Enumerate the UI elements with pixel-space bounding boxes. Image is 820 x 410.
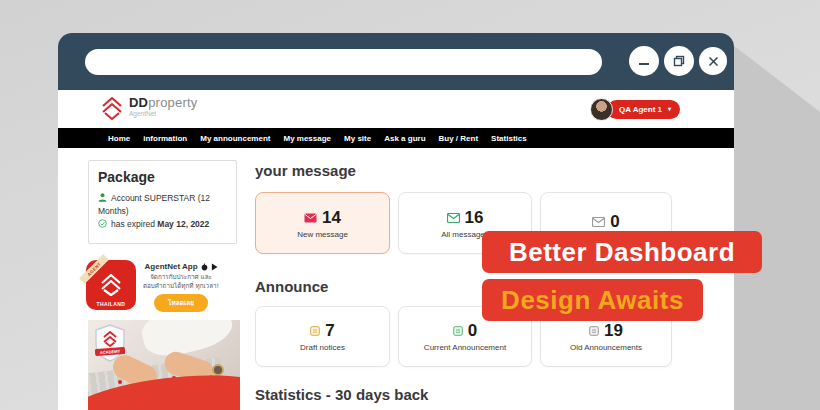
package-title: Package xyxy=(98,169,227,185)
app-promo-title: AgentNet App xyxy=(145,262,198,271)
announce-card-label: Draft notices xyxy=(300,343,345,352)
package-card: Package Account SUPERSTAR (12 Months) ha… xyxy=(88,160,237,244)
user-area: QA Agent 1 ▾ xyxy=(590,98,680,121)
message-card-value: 16 xyxy=(465,208,484,228)
app-promo-thai-text: จัดการกับประกาศ และ ตอบคำถามได้ทุกที่ ทุ… xyxy=(143,273,219,290)
message-card-label: New message xyxy=(297,230,348,239)
announce-card-value: 0 xyxy=(468,321,477,341)
app-icon-country-label: THAILAND xyxy=(86,301,136,307)
messages-heading: your message xyxy=(255,162,356,179)
nail-dot xyxy=(118,380,122,384)
nav-item-buy-rent[interactable]: Buy / Rent xyxy=(439,134,479,143)
minimize-button[interactable] xyxy=(629,46,659,76)
nav-item-ask-a-guru[interactable]: Ask a guru xyxy=(384,134,425,143)
browser-titlebar xyxy=(58,33,734,90)
nav-item-my-announcement[interactable]: My announcement xyxy=(200,134,270,143)
message-card-value: 14 xyxy=(322,208,341,228)
announce-card-value: 19 xyxy=(604,321,623,341)
restore-icon xyxy=(673,55,685,67)
envelope-icon xyxy=(304,213,317,223)
check-circle-icon xyxy=(98,219,107,228)
overlay-banner-line1: Better Dashboard xyxy=(482,231,762,273)
brand-subtitle: AgentNet xyxy=(129,111,197,118)
agentnet-app-icon[interactable]: AGENT THAILAND xyxy=(86,260,136,310)
close-icon xyxy=(708,56,719,67)
app-download-button[interactable]: โหลดเลย xyxy=(154,294,208,312)
person-icon xyxy=(98,193,107,202)
package-expired-row: has expired May 12, 2022 xyxy=(98,218,227,231)
minimize-icon xyxy=(638,55,650,67)
envelope-icon xyxy=(592,217,605,227)
academy-shield-badge: ACADEMY xyxy=(94,324,126,362)
note-icon xyxy=(589,326,599,336)
nav-item-home[interactable]: Home xyxy=(108,134,130,143)
user-name: QA Agent 1 xyxy=(619,105,662,114)
message-card-new[interactable]: 14 New message xyxy=(255,192,390,254)
announce-card-draft[interactable]: 7 Draft notices xyxy=(255,306,390,367)
note-icon xyxy=(310,326,320,336)
window-controls xyxy=(629,46,727,76)
close-button[interactable] xyxy=(699,47,727,75)
package-account-text: Account SUPERSTAR (12 Months) xyxy=(98,193,210,216)
browser-window: DDproperty AgentNet QA Agent 1 ▾ Home in… xyxy=(58,33,734,410)
ddproperty-logo-icon xyxy=(100,96,124,122)
overlay-text-line2: Design Awaits xyxy=(501,285,684,316)
brand[interactable]: DDproperty AgentNet xyxy=(100,96,197,122)
user-avatar[interactable] xyxy=(590,98,613,121)
nav-item-information[interactable]: information xyxy=(143,134,187,143)
announce-heading: Announce xyxy=(255,278,328,295)
statistics-heading: Statistics - 30 days back xyxy=(255,386,428,403)
address-bar[interactable] xyxy=(85,49,602,75)
nav-item-my-message[interactable]: My message xyxy=(283,134,331,143)
announce-card-value: 7 xyxy=(325,321,334,341)
brand-name: DDproperty xyxy=(129,96,197,109)
user-menu-button[interactable]: QA Agent 1 ▾ xyxy=(607,100,680,119)
package-account-row: Account SUPERSTAR (12 Months) xyxy=(98,192,227,218)
overlay-text-line1: Better Dashboard xyxy=(509,237,735,268)
note-icon xyxy=(453,326,463,336)
desktop-background: DDproperty AgentNet QA Agent 1 ▾ Home in… xyxy=(0,0,820,410)
apple-icon xyxy=(201,263,208,271)
envelope-icon xyxy=(447,213,460,223)
app-header: DDproperty AgentNet QA Agent 1 ▾ xyxy=(58,90,734,128)
package-expired-date: May 12, 2022 xyxy=(157,219,209,229)
nav-item-statistics[interactable]: Statistics xyxy=(491,134,527,143)
main-nav: Home information My announcement My mess… xyxy=(58,128,734,148)
announce-card-label: Current Announcement xyxy=(424,343,506,352)
message-card-value: 0 xyxy=(610,212,619,232)
google-play-icon xyxy=(211,263,218,271)
app-icon-logo xyxy=(98,273,124,297)
wrist-watch xyxy=(212,364,224,376)
announce-card-label: Old Announcements xyxy=(570,343,642,352)
academy-banner-image[interactable]: ACADEMY xyxy=(88,320,240,410)
agentnet-app-promo: AGENT THAILAND AgentNet App xyxy=(86,260,242,316)
restore-button[interactable] xyxy=(664,46,694,76)
nav-item-my-site[interactable]: My site xyxy=(344,134,371,143)
overlay-banner-line2: Design Awaits xyxy=(482,279,703,321)
chevron-down-icon: ▾ xyxy=(668,106,671,112)
package-expired-text: has expired xyxy=(111,219,157,229)
